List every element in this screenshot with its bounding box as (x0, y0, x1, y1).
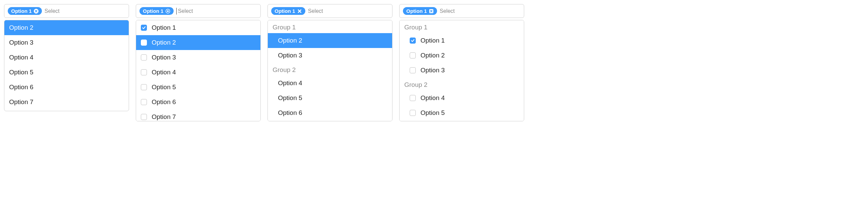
list-item[interactable]: Option 2 (4, 20, 129, 35)
list-item[interactable]: Option 4 (136, 65, 260, 80)
checkbox-icon[interactable] (141, 54, 147, 60)
dropdown-panel: Group 1 Option 1 Option 2 Option 3 Group… (399, 20, 524, 121)
chip-label: Option 1 (406, 8, 427, 14)
checkbox-icon[interactable] (410, 95, 416, 101)
selected-chip[interactable]: Option 1 (139, 7, 174, 15)
select-control[interactable]: Option 1 Select (267, 4, 392, 18)
group-label: Group 2 (400, 78, 524, 91)
list-item[interactable]: Option 5 (136, 80, 260, 95)
list-item[interactable]: Option 1 (400, 33, 524, 48)
multiselect-checkbox: Option 1 Select Option 1 Option 2 Option… (136, 4, 261, 121)
remove-chip-icon[interactable] (165, 9, 170, 14)
checkbox-icon[interactable] (410, 52, 416, 58)
select-placeholder: Select (45, 8, 59, 14)
list-item[interactable]: Option 3 (136, 50, 260, 65)
group-label: Group 2 (268, 63, 392, 76)
multiselect-simple: Option 1 Select Option 2 Option 3 Option… (4, 4, 129, 121)
dropdown-panel: Group 1 Option 2 Option 3 Group 2 Option… (267, 20, 392, 121)
list-item[interactable]: Option 4 (268, 76, 392, 91)
select-control[interactable]: Option 1 Select (136, 4, 261, 18)
text-caret (176, 8, 177, 15)
select-control[interactable]: Option 1 Select (399, 4, 524, 18)
select-placeholder: Select (178, 8, 193, 14)
checkbox-icon[interactable] (141, 99, 147, 105)
checkbox-icon[interactable] (410, 67, 416, 73)
dropdown-panel: Option 2 Option 3 Option 4 Option 5 Opti… (4, 20, 129, 111)
selected-chip[interactable]: Option 1 (271, 7, 305, 15)
selected-chip[interactable]: Option 1 (403, 7, 437, 15)
chip-label: Option 1 (143, 8, 163, 14)
list-item[interactable]: Option 7 (136, 110, 260, 121)
checkbox-icon[interactable] (141, 40, 147, 46)
group-label: Group 1 (268, 20, 392, 33)
list-item[interactable]: Option 5 (268, 91, 392, 105)
list-item[interactable]: Option 2 (136, 35, 260, 50)
list-item[interactable]: Option 3 (4, 35, 129, 50)
checkbox-icon[interactable] (410, 38, 416, 44)
list-item[interactable]: Option 3 (400, 63, 524, 78)
list-item[interactable]: Option 1 (136, 20, 260, 35)
group-label: Group 1 (400, 20, 524, 33)
remove-chip-icon[interactable] (297, 9, 302, 14)
list-item[interactable]: Option 5 (400, 105, 524, 120)
list-item[interactable]: Option 4 (400, 91, 524, 105)
select-control[interactable]: Option 1 Select (4, 4, 129, 18)
multiselect-grouped: Option 1 Select Group 1 Option 2 Option … (267, 4, 392, 121)
list-item[interactable]: Option 7 (4, 95, 129, 110)
dropdown-panel: Option 1 Option 2 Option 3 Option 4 Opti… (136, 20, 261, 121)
multiselect-grouped-checkbox: Option 1 Select Group 1 Option 1 Option … (399, 4, 524, 121)
remove-chip-icon[interactable] (34, 9, 39, 14)
list-item[interactable]: Option 6 (268, 105, 392, 120)
remove-chip-icon[interactable] (429, 9, 434, 14)
list-item[interactable]: Option 3 (268, 48, 392, 63)
select-placeholder: Select (308, 8, 323, 14)
checkbox-icon[interactable] (141, 114, 147, 120)
chip-label: Option 1 (11, 8, 32, 14)
checkbox-icon[interactable] (410, 110, 416, 116)
svg-point-2 (167, 10, 169, 12)
checkbox-icon[interactable] (141, 84, 147, 90)
list-item[interactable]: Option 2 (400, 48, 524, 63)
chip-label: Option 1 (275, 8, 295, 14)
list-item[interactable]: Option 4 (4, 50, 129, 65)
checkbox-icon[interactable] (141, 69, 147, 75)
selected-chip[interactable]: Option 1 (8, 7, 42, 15)
list-item[interactable]: Option 5 (4, 65, 129, 80)
select-placeholder: Select (440, 8, 455, 14)
checkbox-icon[interactable] (141, 25, 147, 31)
list-item[interactable]: Option 6 (4, 80, 129, 95)
list-item[interactable]: Option 2 (268, 33, 392, 48)
list-item[interactable]: Option 6 (136, 95, 260, 110)
